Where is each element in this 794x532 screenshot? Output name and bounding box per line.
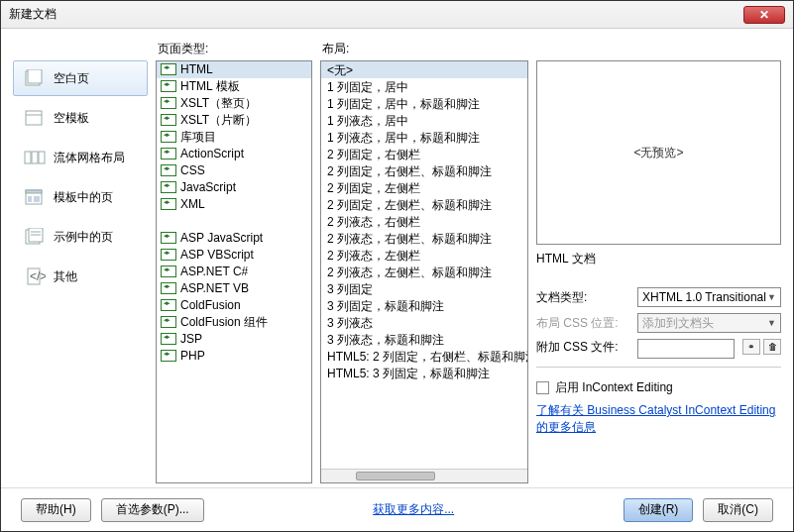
page-type-item[interactable]: CSS [157, 162, 311, 179]
layout-item[interactable]: 2 列液态，右侧栏 [321, 213, 527, 230]
page-type-label: 页面类型: [156, 39, 312, 60]
svg-rect-6 [39, 152, 45, 163]
close-button[interactable]: ✕ [743, 6, 785, 24]
page-type-item[interactable]: ASP JavaScript [157, 230, 311, 247]
layout-item[interactable]: 2 列液态，左侧栏 [321, 247, 527, 264]
doctype-label: 文档类型: [536, 289, 631, 306]
blank-template-icon [24, 109, 46, 127]
page-type-item[interactable]: ColdFusion 组件 [157, 314, 311, 331]
page-type-item-label: XSLT（整页） [180, 95, 257, 112]
layout-item[interactable]: 2 列液态，左侧栏、标题和脚注 [321, 264, 527, 280]
sidebar-item-page-from-sample[interactable]: 示例中的页 [13, 219, 148, 255]
page-type-item[interactable]: 库项目 [157, 129, 311, 146]
layout-item[interactable]: 2 列固定，左侧栏 [321, 179, 527, 196]
svg-rect-4 [25, 152, 31, 163]
file-type-icon [161, 299, 176, 311]
svg-rect-1 [28, 69, 42, 83]
sidebar-item-blank-page[interactable]: 空白页 [13, 60, 148, 96]
close-icon: ✕ [759, 8, 769, 22]
page-type-item-label: ColdFusion [180, 298, 241, 312]
layout-column: 布局: <无>1 列固定，居中1 列固定，居中，标题和脚注1 列液态，居中1 列… [320, 39, 528, 483]
layout-item[interactable]: 3 列固定 [321, 280, 527, 297]
page-type-item[interactable]: ColdFusion [157, 297, 311, 314]
page-type-item[interactable]: ASP.NET C# [157, 264, 311, 280]
page-type-item[interactable]: HTML [157, 61, 311, 78]
file-type-icon [161, 181, 176, 193]
page-type-item[interactable]: ASP.NET VB [157, 280, 311, 297]
file-type-icon [161, 97, 176, 109]
page-type-item[interactable]: ActionScript [157, 146, 311, 162]
page-type-item[interactable]: XSLT（整页） [157, 95, 311, 112]
layout-item[interactable]: HTML5: 2 列固定，右侧栏、标题和脚注 [321, 348, 527, 365]
sidebar-item-label: 示例中的页 [54, 229, 113, 246]
layout-item[interactable]: 1 列固定，居中，标题和脚注 [321, 95, 527, 112]
page-type-item-label: ASP JavaScript [180, 231, 263, 245]
page-type-item-label: CSS [180, 163, 205, 177]
page-type-item[interactable]: XML [157, 196, 311, 213]
svg-rect-8 [26, 190, 42, 193]
sidebar-item-label: 模板中的页 [54, 189, 113, 206]
page-from-sample-icon [24, 228, 46, 246]
incontext-link[interactable]: 了解有关 Business Catalyst InContext Editing… [536, 402, 781, 436]
page-type-item[interactable]: XSLT（片断） [157, 112, 311, 129]
help-button[interactable]: 帮助(H) [21, 498, 91, 522]
titlebar: 新建文档 ✕ [1, 1, 793, 29]
page-type-item-label: ASP.NET VB [180, 281, 249, 295]
layout-item[interactable]: HTML5: 3 列固定，标题和脚注 [321, 365, 527, 381]
page-type-column: 页面类型: HTMLHTML 模板XSLT（整页）XSLT（片断）库项目Acti… [156, 39, 312, 483]
layout-item[interactable]: <无> [321, 61, 527, 78]
layout-item[interactable]: 3 列液态，标题和脚注 [321, 331, 527, 348]
page-type-list[interactable]: HTMLHTML 模板XSLT（整页）XSLT（片断）库项目ActionScri… [156, 60, 312, 483]
page-type-item[interactable]: HTML 模板 [157, 78, 311, 95]
dialog-footer: 帮助(H) 首选参数(P)... 获取更多内容... 创建(R) 取消(C) [1, 487, 793, 531]
divider [536, 367, 781, 368]
doctype-value: XHTML 1.0 Transitional [642, 290, 766, 304]
page-type-item[interactable]: PHP [157, 348, 311, 365]
sidebar-item-fluid-grid[interactable]: 流体网格布局 [13, 140, 148, 175]
layout-item[interactable]: 1 列液态，居中 [321, 112, 527, 129]
preferences-button[interactable]: 首选参数(P)... [101, 498, 204, 522]
layout-item[interactable]: 2 列固定，右侧栏、标题和脚注 [321, 162, 527, 179]
sidebar-item-page-from-template[interactable]: 模板中的页 [13, 179, 148, 215]
svg-rect-10 [34, 196, 40, 202]
layout-item[interactable]: 2 列固定，右侧栏 [321, 146, 527, 162]
page-type-item[interactable]: ASP VBScript [157, 247, 311, 264]
incontext-label: 启用 InContext Editing [555, 379, 673, 396]
incontext-row: 启用 InContext Editing [536, 379, 781, 396]
get-more-link[interactable]: 获取更多内容... [373, 501, 454, 518]
attach-css-input[interactable] [637, 339, 735, 359]
sidebar-item-blank-template[interactable]: 空模板 [13, 100, 148, 136]
dropdown-arrow-icon: ▼ [767, 292, 776, 302]
layout-item[interactable]: 1 列液态，居中，标题和脚注 [321, 129, 527, 146]
page-type-item-label: PHP [180, 349, 205, 363]
remove-css-icon[interactable]: 🗑 [763, 339, 781, 355]
page-type-item[interactable]: JSP [157, 331, 311, 348]
page-type-item-label: XML [180, 197, 205, 211]
layout-item[interactable]: 2 列液态，右侧栏、标题和脚注 [321, 230, 527, 247]
file-type-icon [161, 282, 176, 294]
file-type-icon [161, 63, 176, 75]
svg-rect-9 [28, 196, 32, 202]
file-type-icon [161, 131, 176, 143]
cancel-button[interactable]: 取消(C) [703, 498, 773, 522]
horizontal-scrollbar[interactable] [321, 469, 527, 482]
dialog-body: 空白页 空模板 流体网格布局 模板中的页 示例中的页 </> 其他 [1, 29, 793, 487]
sidebar-item-label: 流体网格布局 [54, 150, 125, 166]
page-type-item-label: ColdFusion 组件 [180, 314, 268, 331]
sidebar-item-other[interactable]: </> 其他 [13, 259, 148, 294]
link-css-icon[interactable]: ⚭ [742, 339, 760, 355]
preview-placeholder: <无预览> [633, 145, 683, 161]
attach-css-label: 附加 CSS 文件: [536, 339, 631, 356]
layout-item[interactable]: 3 列液态 [321, 314, 527, 331]
incontext-checkbox[interactable] [536, 381, 549, 394]
layout-item[interactable]: 1 列固定，居中 [321, 78, 527, 95]
layout-item[interactable]: 3 列固定，标题和脚注 [321, 297, 527, 314]
page-from-template-icon [24, 188, 46, 206]
page-type-item[interactable]: JavaScript [157, 179, 311, 196]
blank-page-icon [24, 69, 46, 87]
create-button[interactable]: 创建(R) [624, 498, 694, 522]
sidebar-item-label: 空模板 [54, 110, 89, 127]
doctype-select[interactable]: XHTML 1.0 Transitional ▼ [637, 287, 781, 307]
layout-item[interactable]: 2 列固定，左侧栏、标题和脚注 [321, 196, 527, 213]
layout-list[interactable]: <无>1 列固定，居中1 列固定，居中，标题和脚注1 列液态，居中1 列液态，居… [320, 60, 528, 483]
